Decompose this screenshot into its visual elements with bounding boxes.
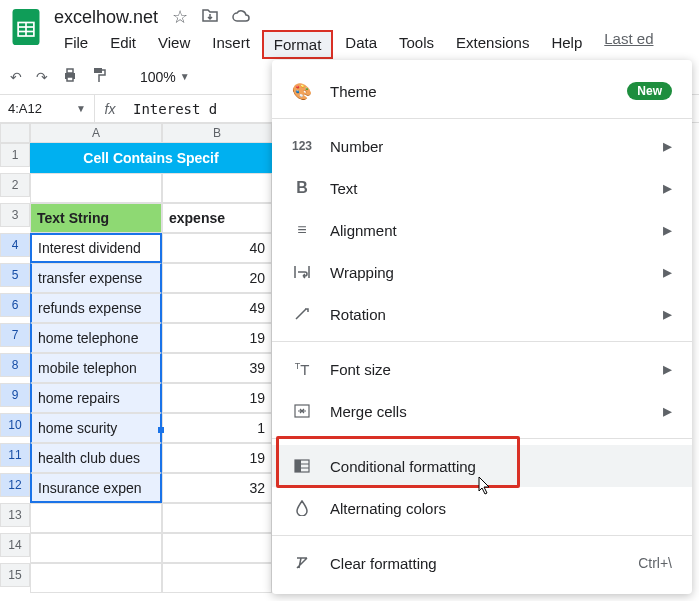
cell[interactable]: Insurance expen xyxy=(30,473,162,503)
menu-label: Merge cells xyxy=(330,403,645,420)
cell[interactable] xyxy=(30,503,162,533)
font-size-icon: TT xyxy=(292,361,312,378)
cell[interactable]: 49 xyxy=(162,293,272,323)
submenu-arrow-icon: ▸ xyxy=(663,261,672,283)
col-header-a[interactable]: A xyxy=(30,123,162,143)
submenu-arrow-icon: ▸ xyxy=(663,358,672,380)
cell[interactable]: 1 xyxy=(162,413,272,443)
cell[interactable]: home scurity xyxy=(30,413,162,443)
submenu-arrow-icon: ▸ xyxy=(663,177,672,199)
row-header[interactable]: 2 xyxy=(0,173,30,197)
cell[interactable]: health club dues xyxy=(30,443,162,473)
row-header[interactable]: 6 xyxy=(0,293,30,317)
menu-extensions[interactable]: Extensions xyxy=(446,30,539,59)
cell[interactable] xyxy=(30,173,162,203)
menu-data[interactable]: Data xyxy=(335,30,387,59)
menu-clear-formatting[interactable]: Clear formatting Ctrl+\ xyxy=(272,542,692,584)
menu-file[interactable]: File xyxy=(54,30,98,59)
formula-bar[interactable]: Interest d xyxy=(125,101,217,117)
cell[interactable] xyxy=(162,563,272,593)
cloud-icon[interactable] xyxy=(232,6,250,28)
print-icon[interactable] xyxy=(62,67,78,86)
cell[interactable]: refunds expense xyxy=(30,293,162,323)
menu-label: Text xyxy=(330,180,645,197)
star-icon[interactable]: ☆ xyxy=(172,6,188,28)
row-header[interactable]: 3 xyxy=(0,203,30,227)
row-header[interactable]: 11 xyxy=(0,443,30,467)
redo-icon[interactable]: ↷ xyxy=(36,69,48,85)
cell[interactable] xyxy=(162,503,272,533)
svg-rect-10 xyxy=(295,460,301,472)
cell[interactable]: home repairs xyxy=(30,383,162,413)
cell[interactable]: 19 xyxy=(162,443,272,473)
row-header[interactable]: 8 xyxy=(0,353,30,377)
cell[interactable]: 20 xyxy=(162,263,272,293)
menu-number[interactable]: 123 Number ▸ xyxy=(272,125,692,167)
menu-rotation[interactable]: Rotation ▸ xyxy=(272,293,692,335)
menu-label: Wrapping xyxy=(330,264,645,281)
title-cell[interactable]: Cell Contains Specif xyxy=(30,143,272,173)
cell[interactable] xyxy=(30,563,162,593)
row-header[interactable]: 5 xyxy=(0,263,30,287)
menu-insert[interactable]: Insert xyxy=(202,30,260,59)
shortcut: Ctrl+\ xyxy=(638,555,672,571)
name-box[interactable]: 4:A12 ▼ xyxy=(0,95,95,122)
format-menu: 🎨 Theme New 123 Number ▸ B Text ▸ ≡ Alig… xyxy=(272,60,692,594)
last-edit-link[interactable]: Last ed xyxy=(604,30,653,59)
cell[interactable]: mobile telephon xyxy=(30,353,162,383)
menu-bar: File Edit View Insert Format Data Tools … xyxy=(54,30,689,59)
row-header[interactable]: 7 xyxy=(0,323,30,347)
cell[interactable]: 19 xyxy=(162,323,272,353)
zoom-value: 100% xyxy=(140,69,176,85)
menu-tools[interactable]: Tools xyxy=(389,30,444,59)
fx-icon: fx xyxy=(95,101,125,117)
row-header[interactable]: 12 xyxy=(0,473,30,497)
row-header[interactable]: 9 xyxy=(0,383,30,407)
cell[interactable]: transfer expense xyxy=(30,263,162,293)
cell[interactable]: 32 xyxy=(162,473,272,503)
zoom-dropdown[interactable]: 100% ▼ xyxy=(140,69,190,85)
menu-merge-cells[interactable]: Merge cells ▸ xyxy=(272,390,692,432)
cell[interactable]: home telephone xyxy=(30,323,162,353)
menu-label: Conditional formatting xyxy=(330,458,672,475)
row-header[interactable]: 10 xyxy=(0,413,30,437)
document-title[interactable]: excelhow.net xyxy=(54,7,158,28)
menu-wrapping[interactable]: Wrapping ▸ xyxy=(272,251,692,293)
paint-format-icon[interactable] xyxy=(92,67,106,86)
menu-font-size[interactable]: TT Font size ▸ xyxy=(272,348,692,390)
row-header[interactable]: 1 xyxy=(0,143,30,167)
row-header[interactable]: 15 xyxy=(0,563,30,587)
row-header[interactable]: 4 xyxy=(0,233,30,257)
row-header[interactable]: 13 xyxy=(0,503,30,527)
selection-handle[interactable] xyxy=(158,427,164,433)
col-header-b[interactable]: B xyxy=(162,123,272,143)
cell[interactable] xyxy=(30,533,162,563)
menu-theme[interactable]: 🎨 Theme New xyxy=(272,70,692,112)
svg-rect-6 xyxy=(67,69,73,73)
cell[interactable]: Interest dividend xyxy=(30,233,162,263)
clear-format-icon xyxy=(292,556,312,570)
menu-edit[interactable]: Edit xyxy=(100,30,146,59)
chevron-down-icon: ▼ xyxy=(180,71,190,82)
menu-view[interactable]: View xyxy=(148,30,200,59)
header-cell-a[interactable]: Text String xyxy=(30,203,162,233)
row-header[interactable]: 14 xyxy=(0,533,30,557)
separator xyxy=(272,438,692,439)
move-icon[interactable] xyxy=(202,6,218,28)
separator xyxy=(272,535,692,536)
cell[interactable]: 39 xyxy=(162,353,272,383)
cell[interactable]: 19 xyxy=(162,383,272,413)
menu-format[interactable]: Format xyxy=(262,30,334,59)
undo-icon[interactable]: ↶ xyxy=(10,69,22,85)
cell[interactable]: 40 xyxy=(162,233,272,263)
sheets-logo[interactable] xyxy=(10,6,42,48)
menu-alignment[interactable]: ≡ Alignment ▸ xyxy=(272,209,692,251)
header-cell-b[interactable]: expense xyxy=(162,203,272,233)
menu-help[interactable]: Help xyxy=(541,30,592,59)
menu-label: Number xyxy=(330,138,645,155)
select-all-corner[interactable] xyxy=(0,123,30,143)
cell[interactable] xyxy=(162,173,272,203)
menu-text[interactable]: B Text ▸ xyxy=(272,167,692,209)
cell[interactable] xyxy=(162,533,272,563)
submenu-arrow-icon: ▸ xyxy=(663,400,672,422)
